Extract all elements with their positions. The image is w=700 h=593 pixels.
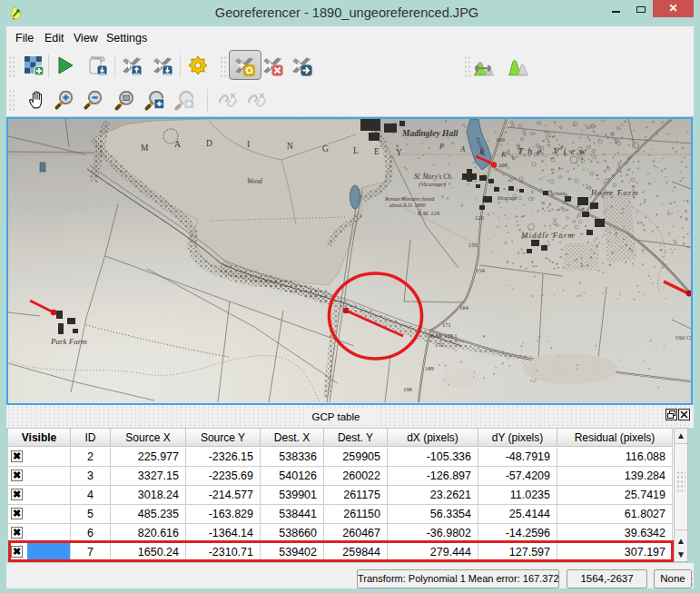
svg-text:Home Farm: Home Farm xyxy=(590,188,639,197)
svg-text:D: D xyxy=(206,139,212,148)
svg-text:135: 135 xyxy=(468,242,478,248)
svg-text:Old Cl.: Old Cl. xyxy=(675,334,691,341)
svg-text:St. Mary's Ch.: St. Mary's Ch. xyxy=(414,173,453,181)
svg-text:198: 198 xyxy=(403,386,412,392)
svg-text:L: L xyxy=(353,146,359,155)
svg-text:School: School xyxy=(550,191,566,196)
svg-text:B.M. 178.1: B.M. 178.1 xyxy=(430,332,458,339)
svg-text:Madingley Hall: Madingley Hall xyxy=(401,129,458,138)
svg-text:E: E xyxy=(374,147,380,156)
svg-text:Y: Y xyxy=(396,148,402,157)
svg-text:Roman Remains found: Roman Remains found xyxy=(384,196,435,202)
svg-text:Park Farm: Park Farm xyxy=(50,337,87,346)
svg-text:P: P xyxy=(439,142,444,151)
svg-text:The View: The View xyxy=(518,145,590,156)
svg-text:172: 172 xyxy=(435,341,444,348)
svg-text:189: 189 xyxy=(425,365,434,371)
svg-text:G: G xyxy=(322,144,329,153)
svg-text:100: 100 xyxy=(496,136,505,143)
svg-text:I: I xyxy=(247,140,250,149)
svg-text:A: A xyxy=(459,144,466,153)
svg-text:B.M. 129: B.M. 129 xyxy=(418,210,440,216)
svg-text:Middle Farm: Middle Farm xyxy=(520,231,575,240)
svg-text:164: 164 xyxy=(459,304,469,311)
svg-text:120: 120 xyxy=(475,214,484,221)
svg-text:Wood: Wood xyxy=(247,177,262,185)
svg-text:M: M xyxy=(141,143,149,153)
svg-text:A: A xyxy=(174,140,181,149)
svg-text:154: 154 xyxy=(476,267,486,273)
svg-text:171: 171 xyxy=(442,321,451,328)
svg-text:108: 108 xyxy=(498,162,508,168)
svg-text:(Vicarage): (Vicarage) xyxy=(419,181,446,188)
svg-text:Vicarage: Vicarage xyxy=(498,195,518,201)
svg-text:about A.D. 1890: about A.D. 1890 xyxy=(389,203,426,208)
svg-text:N: N xyxy=(287,142,293,151)
